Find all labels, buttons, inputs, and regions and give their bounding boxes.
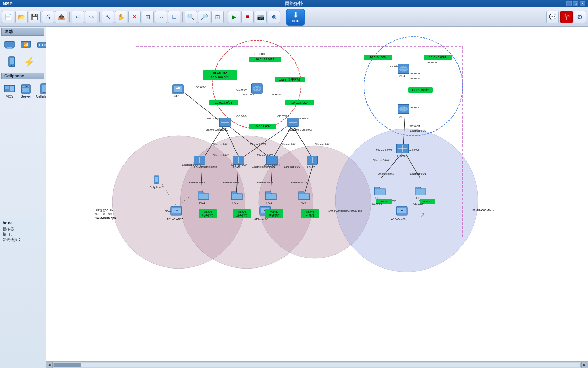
svg-text:vlan40: vlan40 <box>306 210 314 213</box>
phone-icon <box>5 56 18 67</box>
svg-text:GE 0/0/2: GE 0/0/2 <box>410 77 420 80</box>
redo-button[interactable]: ↪ <box>85 11 97 23</box>
zoom-area-button[interactable]: ⊞ <box>142 11 154 23</box>
maximize-button[interactable]: □ <box>573 1 578 6</box>
import-button[interactable]: 📥 <box>55 11 67 23</box>
svg-text:Ethernet 0/0/1: Ethernet 0/0/1 <box>223 181 239 184</box>
node-lsw5 <box>266 156 277 164</box>
scroll-track[interactable] <box>53 363 581 367</box>
svg-text:vlan30: vlan30 <box>270 210 278 213</box>
sidebar-item-mcs[interactable]: MCS <box>2 82 17 100</box>
chat-button[interactable]: 💬 <box>546 11 559 23</box>
svg-text:GE 0/0/1: GE 0/0/1 <box>410 72 420 75</box>
server-device-icon: .COM <box>20 83 32 94</box>
svg-text:PC3: PC3 <box>266 201 273 204</box>
svg-rect-13 <box>5 86 9 89</box>
hdx-label: HDX <box>292 19 299 23</box>
close-button[interactable]: ✕ <box>580 1 585 6</box>
svg-text:业务部门: 业务部门 <box>236 214 247 217</box>
description-panel: hone 模拟器接口。发无线报文。 <box>0 218 46 244</box>
svg-text:GE 0/0/0: GE 0/0/0 <box>254 52 265 56</box>
node-ap3: AP <box>396 206 407 215</box>
sidebar-section-cellphone: Cellphone <box>1 73 44 79</box>
scroll-right-button[interactable]: ▶ <box>581 362 588 368</box>
node-lsw4 <box>233 156 244 164</box>
topology-button[interactable]: ⊗ <box>268 11 280 23</box>
svg-text:PC4: PC4 <box>300 201 306 204</box>
horizontal-scrollbar[interactable]: ◀ ▶ <box>46 361 588 368</box>
undo-button[interactable]: ↩ <box>72 11 84 23</box>
minimize-button[interactable]: ─ <box>566 1 572 6</box>
delete-button[interactable]: ✕ <box>128 11 141 23</box>
window-controls[interactable]: ─ □ ✕ <box>566 1 585 6</box>
brand-button[interactable]: 华 <box>560 11 573 23</box>
svg-text:Ethernet 0/0/4: Ethernet 0/0/4 <box>373 159 389 162</box>
svg-text:OSPF 骨干区域: OSPF 骨干区域 <box>279 78 300 81</box>
canvas-area[interactable]: VLAN 100 10.0.100.0/24 10.0.177.0/24 OSP… <box>46 27 588 361</box>
wire-button[interactable]: ⌁ <box>155 11 167 23</box>
sidebar-item-phone[interactable] <box>4 55 19 68</box>
new-button[interactable]: 📄 <box>2 11 14 23</box>
pointer-button[interactable]: ↖ <box>102 11 114 23</box>
stop-button[interactable]: ■ <box>241 11 254 23</box>
svg-text:GE 0/0/3: GE 0/0/3 <box>236 114 247 118</box>
terminals-grid: 📶 <box>0 37 46 53</box>
sidebar-item-lightning[interactable]: ⚡ <box>22 55 37 68</box>
save-button[interactable]: 💾 <box>29 11 41 23</box>
zoom-out-button[interactable]: 🔎 <box>198 11 210 23</box>
scroll-left-button[interactable]: ◀ <box>46 362 53 368</box>
svg-text:Ethernet 0/0/1: Ethernet 0/0/1 <box>257 181 273 184</box>
svg-text:GE 0/0/2: GE 0/0/2 <box>271 93 281 96</box>
hdx-icon: ⬇ <box>293 11 298 19</box>
open-button[interactable]: 📂 <box>15 11 28 23</box>
svg-text:↗: ↗ <box>420 212 425 218</box>
svg-text:GE 0/0/24: GE 0/0/24 <box>298 117 309 120</box>
snapshot-button[interactable]: 📷 <box>255 11 267 23</box>
scroll-thumb[interactable] <box>54 363 81 367</box>
svg-point-6 <box>39 44 40 46</box>
svg-text:LSW2: LSW2 <box>288 128 296 131</box>
svg-text:Ethernet 0/0/1: Ethernet 0/0/1 <box>189 181 205 184</box>
svg-text:149/5G/0Mbps0G/600Mbps: 149/5G/0Mbps0G/600Mbps <box>328 209 362 212</box>
svg-text:10.0.17.0/24: 10.0.17.0/24 <box>215 101 232 104</box>
svg-text:GE 0/0/4: GE 0/0/4 <box>236 88 247 91</box>
window-title: 网络拓扑 <box>285 1 303 7</box>
run-button[interactable]: ▶ <box>228 11 240 23</box>
mcs-icon <box>3 83 16 94</box>
fit-button[interactable]: ⊡ <box>211 11 224 23</box>
svg-rect-10 <box>10 58 14 64</box>
svg-rect-168 <box>266 194 276 199</box>
sidebar-item-wifi[interactable]: 📶 <box>18 39 33 52</box>
svg-text:GE 0/0/1: GE 0/0/1 <box>196 86 207 89</box>
node-lsw1 <box>219 118 230 127</box>
zoom-in-button[interactable]: 🔍 <box>185 11 197 23</box>
sidebar-item-pc[interactable] <box>2 39 17 52</box>
hdx-button[interactable]: ⬇ HDX <box>286 9 305 26</box>
node-ar4 <box>398 64 409 74</box>
svg-text:vlan10: vlan10 <box>204 210 212 213</box>
svg-rect-165 <box>232 194 242 199</box>
svg-text:研发部门: 研发部门 <box>269 214 280 217</box>
separator5 <box>282 12 282 22</box>
print-button[interactable]: 🖨 <box>42 11 54 23</box>
sidebar-item-server[interactable]: .COM Server <box>18 82 33 100</box>
hand-button[interactable]: ✋ <box>115 11 127 23</box>
rect-button[interactable]: □ <box>168 11 180 23</box>
svg-rect-171 <box>299 194 309 199</box>
svg-text:Ethernet 0/0/3: Ethernet 0/0/3 <box>410 129 426 132</box>
settings-button[interactable]: ⚙ <box>574 11 586 23</box>
svg-text:PC1: PC1 <box>199 201 205 204</box>
toolbar: 📄 📂 💾 🖨 📥 ↩ ↪ ↖ ✋ ✕ ⊞ ⌁ □ 🔍 🔎 ⊡ ▶ ■ 📷 ⊗ … <box>0 7 588 27</box>
svg-rect-192 <box>155 177 158 182</box>
svg-point-8 <box>44 44 46 46</box>
svg-rect-17 <box>22 88 29 90</box>
svg-text:PC2: PC2 <box>232 201 239 204</box>
svg-text:LSW3: LSW3 <box>194 166 202 169</box>
app-title: NSP <box>3 1 13 6</box>
svg-text:10.0.100.0/24: 10.0.100.0/24 <box>211 76 229 79</box>
svg-text:10.0.177.0/24: 10.0.177.0/24 <box>255 58 274 61</box>
node-lsw3 <box>194 156 205 164</box>
svg-text:Ethernet 0/0/1: Ethernet 0/0/1 <box>315 143 331 146</box>
svg-rect-21 <box>42 85 46 92</box>
svg-text:VLAN 100: VLAN 100 <box>213 72 227 75</box>
